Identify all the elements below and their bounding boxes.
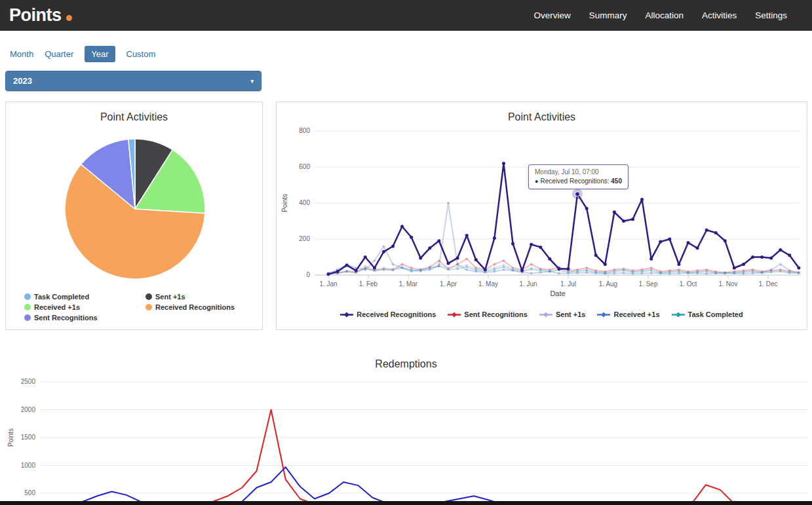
svg-text:200: 200 bbox=[299, 235, 310, 242]
legend-label: Task Completed bbox=[34, 293, 89, 301]
line-chart-legend: Received RecognitionsSent RecognitionsSe… bbox=[277, 310, 807, 318]
point-activities-line-chart[interactable]: 02004006008001. Jan1. Feb1. Mar1. Apr1. … bbox=[279, 122, 805, 300]
legend-item-sent-recognitions[interactable]: Sent Recognitions bbox=[448, 310, 528, 318]
tab-quarter[interactable]: Quarter bbox=[45, 49, 73, 59]
year-select[interactable]: 2023 ▾ bbox=[5, 71, 261, 91]
pie-legend: Task CompletedSent +1sReceived +1sReceiv… bbox=[24, 293, 235, 322]
main-nav: OverviewSummaryAllocationActivitiesSetti… bbox=[533, 10, 787, 20]
tooltip-date: Monday, Jul 10, 07:00 bbox=[535, 168, 622, 176]
svg-text:Date: Date bbox=[550, 290, 565, 297]
legend-line-marker-icon bbox=[672, 312, 685, 318]
year-select-value: 2023 bbox=[13, 76, 32, 86]
legend-item-received-1s[interactable]: Received +1s bbox=[597, 310, 659, 318]
app-logo: Points bbox=[9, 5, 72, 26]
legend-dot-icon bbox=[24, 304, 31, 310]
svg-text:1. Mar: 1. Mar bbox=[399, 280, 418, 288]
tooltip-series-dot: ● bbox=[535, 178, 538, 185]
svg-text:500: 500 bbox=[24, 489, 35, 496]
svg-text:1. Oct: 1. Oct bbox=[680, 280, 697, 288]
svg-text:Points: Points bbox=[281, 194, 288, 212]
legend-label: Sent Recognitions bbox=[464, 310, 528, 318]
svg-text:1000: 1000 bbox=[21, 462, 36, 469]
tooltip-value-row: ●Received Recognitions: 450 bbox=[535, 178, 622, 185]
brand-text: Points bbox=[9, 5, 62, 26]
nav-link-overview[interactable]: Overview bbox=[533, 10, 570, 20]
svg-text:0: 0 bbox=[306, 271, 310, 278]
legend-item-sent-1s[interactable]: Sent +1s bbox=[145, 293, 235, 301]
legend-dot-icon bbox=[145, 304, 152, 310]
nav-link-summary[interactable]: Summary bbox=[589, 10, 627, 20]
legend-item-received-recognitions[interactable]: Received Recognitions bbox=[340, 310, 436, 318]
legend-label: Received +1s bbox=[34, 303, 80, 311]
svg-text:1. Feb: 1. Feb bbox=[359, 280, 378, 288]
legend-label: Received Recognitions bbox=[155, 303, 235, 311]
legend-dot-icon bbox=[24, 314, 31, 321]
nav-link-activities[interactable]: Activities bbox=[702, 10, 737, 20]
svg-text:1. Apr: 1. Apr bbox=[440, 280, 457, 288]
tab-year[interactable]: Year bbox=[85, 46, 115, 62]
svg-text:1. Sep: 1. Sep bbox=[639, 280, 658, 288]
legend-item-received-recognitions[interactable]: Received Recognitions bbox=[145, 303, 235, 311]
legend-item-task-completed[interactable]: Task Completed bbox=[24, 293, 145, 301]
svg-text:1. Jun: 1. Jun bbox=[519, 280, 537, 288]
chart-tooltip: Monday, Jul 10, 07:00 ●Received Recognit… bbox=[528, 164, 628, 189]
nav-link-settings[interactable]: Settings bbox=[755, 10, 787, 20]
svg-text:Points: Points bbox=[7, 428, 14, 447]
tooltip-series-value: 450 bbox=[611, 178, 622, 185]
legend-item-sent-recognitions[interactable]: Sent Recognitions bbox=[24, 314, 145, 322]
svg-text:2500: 2500 bbox=[21, 378, 36, 385]
tab-month[interactable]: Month bbox=[10, 49, 33, 59]
date-range-tabs: MonthQuarterYearCustom bbox=[10, 45, 155, 63]
brand-dot-icon bbox=[66, 15, 72, 21]
svg-text:1. May: 1. May bbox=[478, 280, 498, 288]
legend-label: Task Completed bbox=[688, 310, 743, 318]
svg-text:2000: 2000 bbox=[21, 406, 36, 413]
tooltip-series-label: Received Recognitions bbox=[540, 178, 607, 185]
svg-text:800: 800 bbox=[299, 127, 310, 134]
point-activities-line-card: Point Activities 02004006008001. Jan1. F… bbox=[276, 102, 807, 330]
legend-label: Sent +1s bbox=[556, 310, 586, 318]
legend-label: Sent Recognitions bbox=[34, 314, 98, 322]
legend-dot-icon bbox=[145, 293, 152, 300]
top-navbar: Points OverviewSummaryAllocationActiviti… bbox=[0, 0, 812, 31]
legend-line-marker-icon bbox=[448, 312, 461, 318]
nav-link-allocation[interactable]: Allocation bbox=[645, 10, 684, 20]
svg-text:1. Aug: 1. Aug bbox=[599, 280, 617, 288]
pie-chart-title: Point Activities bbox=[6, 111, 262, 123]
legend-line-marker-icon bbox=[340, 312, 353, 318]
legend-line-marker-icon bbox=[539, 312, 552, 318]
svg-text:400: 400 bbox=[299, 199, 310, 206]
legend-label: Received Recognitions bbox=[357, 310, 436, 318]
legend-dot-icon bbox=[24, 293, 31, 300]
point-activities-pie-chart[interactable] bbox=[6, 126, 263, 291]
point-activities-pie-card: Point Activities Task CompletedSent +1sR… bbox=[5, 102, 263, 330]
legend-line-marker-icon bbox=[597, 312, 610, 318]
chevron-down-icon: ▾ bbox=[250, 78, 254, 84]
legend-item-task-completed[interactable]: Task Completed bbox=[672, 310, 743, 318]
svg-text:1. Nov: 1. Nov bbox=[719, 280, 738, 288]
legend-item-sent-1s[interactable]: Sent +1s bbox=[539, 310, 586, 318]
legend-item-received-1s[interactable]: Received +1s bbox=[24, 303, 145, 311]
tab-custom[interactable]: Custom bbox=[126, 49, 156, 59]
legend-label: Sent +1s bbox=[155, 293, 185, 301]
legend-label: Received +1s bbox=[613, 310, 659, 318]
redemptions-line-chart[interactable]: 5001000150020002500Points bbox=[0, 354, 812, 505]
svg-text:1500: 1500 bbox=[21, 434, 36, 441]
screen-edge-bar bbox=[0, 501, 812, 505]
svg-text:1. Dec: 1. Dec bbox=[759, 280, 778, 288]
svg-text:1. Jul: 1. Jul bbox=[560, 280, 576, 288]
svg-text:1. Jan: 1. Jan bbox=[319, 280, 337, 288]
svg-text:600: 600 bbox=[299, 163, 310, 170]
